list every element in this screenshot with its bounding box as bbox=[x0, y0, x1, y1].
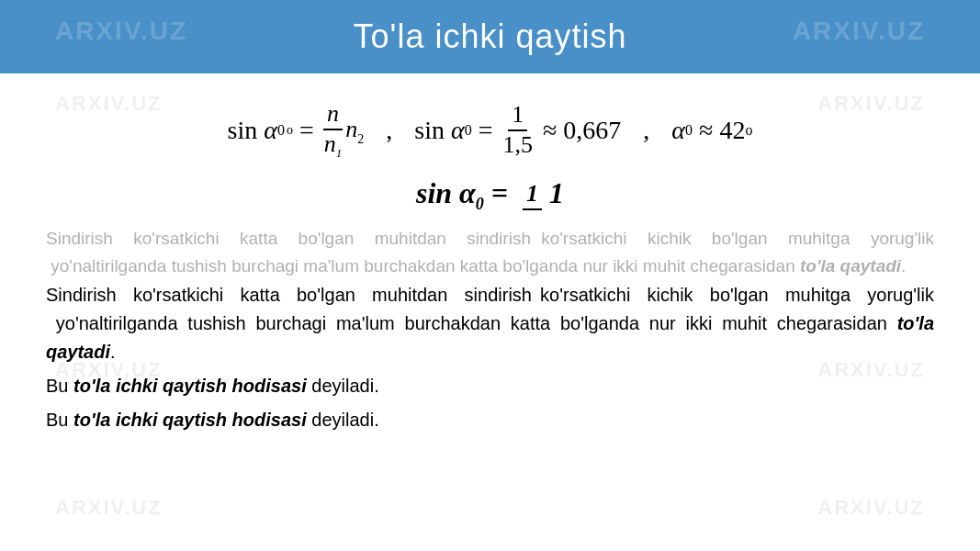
paragraph-1-faded: Sindirish ko'rsatkichi katta bo'lgan muh… bbox=[46, 225, 934, 279]
formula-sin-alpha0-eq-1-1.5: sin α0 = 1 1,5 ≈ 0,667 bbox=[414, 102, 621, 158]
fraction-n2-n1: n n1 bbox=[321, 101, 346, 160]
formula-sin-alpha0-eq-n2-n1: sin α0o = n n1 n2 bbox=[228, 101, 365, 160]
watermark-header-right-top: ARXIV.UZ bbox=[793, 17, 925, 46]
fraction-1-1.5: 1 1,5 bbox=[499, 102, 536, 158]
paragraph-3-prefix: Bu bbox=[46, 410, 73, 430]
paragraph-2: Bu to'la ichki qaytish hodisasi deyiladi… bbox=[46, 372, 934, 400]
paragraph-3: Bu to'la ichki qaytish hodisasi deyiladi… bbox=[46, 406, 934, 434]
formula-alpha0-eq-42: α0 ≈ 42o bbox=[671, 116, 752, 145]
paragraph-3-bold: to'la ichki qaytish hodisasi bbox=[73, 410, 307, 430]
paragraph-2-suffix: deyiladi. bbox=[307, 376, 379, 396]
formula-line-1: sin α0o = n n1 n2 , sin α0 = 1 1,5 ≈ 0,6… bbox=[46, 101, 934, 160]
watermark-header-left-top: ARXIV.UZ bbox=[55, 17, 187, 46]
paragraph-2-prefix: Bu bbox=[46, 376, 73, 396]
header: ARXIV.UZ ARXIV.UZ To'la ichki qaytish bbox=[0, 0, 980, 73]
page-title: To'la ichki qaytish bbox=[354, 17, 627, 56]
main-content: ARXIV.UZ ARXIV.UZ ARXIV.UZ ARXIV.UZ ARXI… bbox=[0, 73, 980, 458]
paragraph-2-bold: to'la ichki qaytish hodisasi bbox=[73, 376, 307, 396]
paragraph-1: Sindirish ko'rsatkichi katta bo'lgan muh… bbox=[46, 281, 934, 366]
watermark-body-left3: ARXIV.UZ bbox=[55, 496, 163, 520]
center-formula: sin α0 = 1 1 bbox=[46, 176, 934, 214]
watermark-body-right3: ARXIV.UZ bbox=[817, 496, 925, 520]
paragraph-3-suffix: deyiladi. bbox=[307, 410, 379, 430]
